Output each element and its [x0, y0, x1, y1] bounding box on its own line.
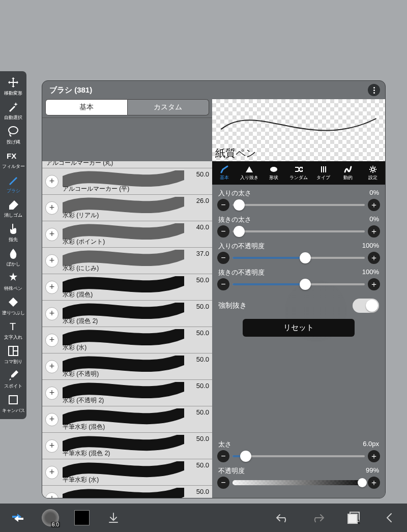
size-minus[interactable]: −	[217, 450, 229, 462]
slider-inOpacity: 入りの不透明度100%−＋	[217, 242, 380, 264]
stroke-preview	[63, 461, 184, 478]
add-brush-button[interactable]: +	[45, 439, 59, 453]
color-swatch[interactable]	[74, 510, 90, 525]
brush-value: 50.0	[196, 461, 209, 469]
opacity-minus[interactable]: −	[217, 477, 229, 489]
setting-tab-basic[interactable]: 基本	[212, 161, 237, 185]
brush-row[interactable]: +平筆水彩 (混色 2)50.0	[42, 433, 212, 459]
opacity-track[interactable]	[232, 480, 365, 485]
add-brush-button[interactable]: +	[45, 228, 59, 241]
slider-track[interactable]	[232, 257, 365, 259]
tool-magic[interactable]: 自動選択	[0, 98, 26, 122]
size-track[interactable]	[232, 455, 365, 457]
add-brush-button[interactable]: +	[45, 254, 59, 268]
tool-canvas[interactable]: キャンバス	[0, 391, 26, 415]
slider-track[interactable]	[232, 204, 365, 206]
tool-eraser[interactable]: 消しゴム	[0, 195, 26, 220]
setting-tab-random[interactable]: ランダム	[286, 161, 311, 185]
tool-move[interactable]: 移動変形	[0, 73, 26, 98]
brush-row[interactable]: +水彩 (水)50.0	[42, 327, 212, 353]
panel-title: ブラシ (381)	[49, 85, 92, 95]
add-brush-button[interactable]: +	[45, 360, 59, 373]
brush-row[interactable]: +水彩 (リアル)26.0	[42, 195, 212, 221]
add-brush-button[interactable]: +	[45, 307, 59, 320]
slider-track[interactable]	[232, 283, 365, 285]
setting-tab-dynamic[interactable]: 動的	[336, 161, 361, 185]
tool-label: コマ割り	[4, 359, 22, 365]
text-icon: T	[6, 319, 20, 334]
tool-label: ブラシ	[7, 188, 20, 194]
slider-plus[interactable]: ＋	[368, 278, 380, 290]
add-brush-button[interactable]: +	[45, 492, 59, 498]
slider-minus[interactable]: −	[217, 278, 229, 290]
brush-row[interactable]: +平筆水彩 (不透明)50.0	[42, 486, 212, 498]
layers-icon[interactable]: 1	[345, 509, 362, 526]
tool-special[interactable]: 特殊ペン	[0, 269, 26, 293]
tool-finger[interactable]: 指先	[0, 220, 26, 244]
brush-row[interactable]: +アルコールマーカー (平)50.0	[42, 168, 212, 195]
brush-size-indicator[interactable]: 6.0	[42, 509, 59, 526]
slider-plus[interactable]: ＋	[368, 225, 380, 238]
tab-custom[interactable]: カスタム	[128, 99, 210, 115]
undo-icon[interactable]	[274, 509, 291, 526]
brush-row[interactable]: アルコールマーカー (丸)	[42, 161, 212, 168]
tool-bucket[interactable]: 塗りつぶし	[0, 293, 26, 317]
brush-value: 26.0	[196, 197, 209, 204]
slider-minus[interactable]: −	[217, 225, 229, 238]
canvas-icon	[6, 393, 20, 407]
brush-row[interactable]: +水彩 (混色 2)50.0	[42, 301, 212, 327]
brush-list[interactable]: アルコールマーカー (丸) +アルコールマーカー (平)50.0+水彩 (リアル…	[42, 161, 212, 498]
add-brush-button[interactable]: +	[45, 334, 59, 347]
reset-button[interactable]: リセット	[243, 319, 355, 337]
redo-icon[interactable]	[309, 509, 327, 526]
basic-icon	[219, 165, 229, 174]
download-icon[interactable]	[105, 509, 122, 526]
brush-row[interactable]: +水彩 (にじみ)37.0	[42, 248, 212, 274]
brush-row[interactable]: +水彩 (混色)50.0	[42, 274, 212, 301]
size-plus[interactable]: ＋	[368, 450, 380, 462]
brush-row[interactable]: +平筆水彩 (混色)50.0	[42, 406, 212, 433]
setting-tab-type[interactable]: タイプ	[311, 161, 336, 185]
add-brush-button[interactable]: +	[45, 413, 59, 426]
opacity-plus[interactable]: ＋	[368, 477, 380, 489]
setting-tab-shape[interactable]: 形状	[261, 161, 286, 185]
tab-basic[interactable]: 基本	[45, 99, 128, 115]
tool-text[interactable]: T文字入れ	[0, 317, 26, 342]
stroke-preview	[63, 329, 184, 345]
setting-tab-settings[interactable]: 設定	[360, 161, 385, 185]
brush-row[interactable]: +水彩 (ポイント)40.0	[42, 221, 212, 248]
tool-fx[interactable]: FXフィルター	[0, 146, 26, 171]
add-brush-button[interactable]: +	[45, 175, 59, 188]
back-icon[interactable]	[381, 509, 398, 526]
brush-row[interactable]: +平筆水彩 (水)50.0	[42, 459, 212, 486]
brush-icon	[6, 173, 20, 187]
brush-value: 50.0	[196, 382, 209, 390]
slider-label: 抜きの太さ	[218, 215, 251, 224]
brush-row[interactable]: +水彩 (不透明)50.0	[42, 353, 212, 380]
tool-label: ぼかし	[7, 261, 20, 268]
add-brush-button[interactable]: +	[45, 281, 59, 294]
force-out-switch[interactable]	[353, 299, 379, 313]
tool-brush[interactable]: ブラシ	[0, 171, 26, 195]
tool-eyedrop[interactable]: スポイト	[0, 366, 26, 391]
slider-track[interactable]	[232, 230, 365, 232]
tool-lasso[interactable]: 投げ縄	[0, 122, 26, 146]
add-brush-button[interactable]: +	[45, 201, 59, 215]
tool-label: キャンバス	[2, 407, 25, 414]
slider-minus[interactable]: −	[217, 252, 229, 264]
slider-minus[interactable]: −	[217, 199, 229, 211]
slider-outWidth: 抜きの太さ0%−＋	[217, 215, 380, 238]
brush-row[interactable]: +水彩 (不透明 2)50.0	[42, 380, 212, 406]
brush-value: 37.0	[196, 250, 209, 257]
swap-colors-icon[interactable]	[9, 509, 26, 526]
taper-icon	[244, 165, 254, 174]
add-brush-button[interactable]: +	[45, 466, 59, 479]
tool-blur[interactable]: ぼかし	[0, 244, 26, 269]
tool-panel[interactable]: コマ割り	[0, 342, 26, 366]
add-brush-button[interactable]: +	[45, 387, 59, 400]
size-slider-block: 太さ 6.0px − ＋	[217, 440, 380, 462]
more-button[interactable]	[368, 84, 380, 96]
setting-tab-taper[interactable]: 入り抜き	[237, 161, 262, 185]
slider-plus[interactable]: ＋	[368, 199, 380, 211]
slider-plus[interactable]: ＋	[368, 252, 380, 264]
